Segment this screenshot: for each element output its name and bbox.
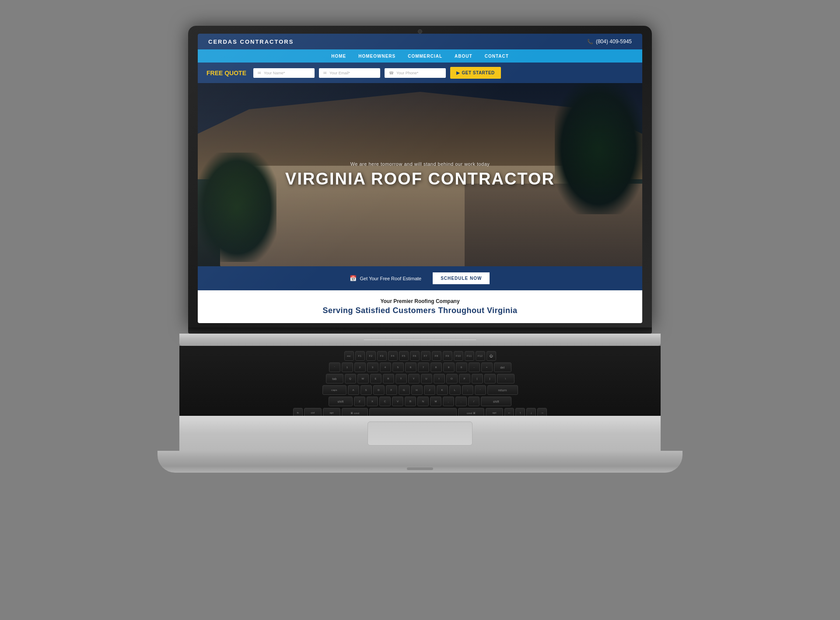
key-8[interactable]: 8 <box>430 362 442 372</box>
key-x[interactable]: X <box>367 397 378 406</box>
key-k[interactable]: K <box>437 385 448 395</box>
key-f3[interactable]: F3 <box>377 351 387 361</box>
key-f8[interactable]: F8 <box>432 351 441 361</box>
phone-section: 📞 (804) 409-5945 <box>587 38 632 45</box>
key-5[interactable]: 5 <box>392 362 404 372</box>
key-g[interactable]: G <box>399 385 410 395</box>
key-period[interactable]: . <box>455 397 467 406</box>
key-shift-left[interactable]: shift <box>329 397 353 406</box>
key-t[interactable]: T <box>396 374 407 383</box>
key-z[interactable]: Z <box>354 397 365 406</box>
key-j[interactable]: J <box>424 385 435 395</box>
key-c[interactable]: C <box>379 397 391 406</box>
key-u[interactable]: U <box>421 374 432 383</box>
key-f12[interactable]: F12 <box>476 351 485 361</box>
key-equals[interactable]: = <box>481 362 493 372</box>
key-a[interactable]: A <box>348 385 359 395</box>
key-shift-right[interactable]: shift <box>481 397 511 406</box>
keyboard-row-fn: esc F1 F2 F3 F4 F5 F6 F7 F8 F9 F10 F11 F… <box>206 351 634 361</box>
laptop: CERDAS CONTRACTORS 📞 (804) 409-5945 HOME… <box>179 26 661 594</box>
phone-number[interactable]: (804) 409-5945 <box>596 38 632 45</box>
key-backslash[interactable]: \ <box>497 374 514 383</box>
email-input-wrapper[interactable]: ✉ Your Email* <box>319 68 380 78</box>
nav-item-commercial[interactable]: COMMERCIAL <box>408 54 442 59</box>
key-i[interactable]: I <box>434 374 445 383</box>
key-rbracket[interactable]: ] <box>484 374 496 383</box>
key-l[interactable]: L <box>449 385 461 395</box>
key-r[interactable]: R <box>383 374 394 383</box>
screen-bezel: CERDAS CONTRACTORS 📞 (804) 409-5945 HOME… <box>188 26 652 327</box>
key-f4[interactable]: F4 <box>388 351 398 361</box>
nav-item-contact[interactable]: CONTACT <box>485 54 509 59</box>
key-0[interactable]: 0 <box>456 362 467 372</box>
get-started-button[interactable]: ▶ GET STARTED <box>450 67 501 79</box>
palm-rest <box>179 416 661 451</box>
top-bar: CERDAS CONTRACTORS 📞 (804) 409-5945 <box>198 34 642 49</box>
laptop-foot <box>158 451 682 473</box>
key-w[interactable]: W <box>357 374 369 383</box>
key-f11[interactable]: F11 <box>465 351 474 361</box>
key-return[interactable]: return <box>487 385 518 395</box>
key-semicolon[interactable]: ; <box>462 385 473 395</box>
key-caps[interactable]: caps <box>322 385 346 395</box>
key-esc[interactable]: esc <box>344 351 354 361</box>
key-p[interactable]: P <box>459 374 470 383</box>
key-2[interactable]: 2 <box>354 362 366 372</box>
laptop-hinge <box>188 327 652 334</box>
key-slash[interactable]: / <box>468 397 480 406</box>
key-minus[interactable]: - <box>469 362 480 372</box>
calendar-icon: 📅 <box>350 275 357 282</box>
key-e[interactable]: E <box>370 374 382 383</box>
schedule-now-button[interactable]: SCHEDULE NOW <box>432 272 490 285</box>
key-delete[interactable]: del <box>494 362 511 372</box>
cta-bar: 📅 Get Your Free Roof Estimate SCHEDULE N… <box>198 266 642 290</box>
key-7[interactable]: 7 <box>418 362 429 372</box>
key-backtick[interactable]: ` <box>329 362 340 372</box>
key-y[interactable]: Y <box>408 374 420 383</box>
key-power[interactable]: ⏻ <box>486 351 496 361</box>
trackpad[interactable] <box>368 421 472 446</box>
key-1[interactable]: 1 <box>342 362 353 372</box>
key-f[interactable]: F <box>386 385 397 395</box>
key-4[interactable]: 4 <box>380 362 391 372</box>
key-n[interactable]: N <box>417 397 429 406</box>
key-v[interactable]: V <box>392 397 403 406</box>
key-m[interactable]: M <box>430 397 441 406</box>
key-tab[interactable]: tab <box>326 374 343 383</box>
key-comma[interactable]: , <box>443 397 454 406</box>
name-placeholder: Your Name* <box>264 71 285 75</box>
name-input-wrapper[interactable]: ✉ Your Name* <box>253 68 315 78</box>
key-d[interactable]: D <box>373 385 385 395</box>
free-quote-label: FREE QUOTE <box>206 70 246 77</box>
keyboard-row-qwerty: tab Q W E R T Y U I O P [ ] \ <box>206 374 634 383</box>
website: CERDAS CONTRACTORS 📞 (804) 409-5945 HOME… <box>198 34 642 323</box>
nav-item-about[interactable]: ABOUT <box>455 54 472 59</box>
key-quote[interactable]: ' <box>475 385 486 395</box>
email-placeholder: Your Email* <box>329 71 350 75</box>
key-lbracket[interactable]: [ <box>472 374 483 383</box>
key-f1[interactable]: F1 <box>355 351 365 361</box>
key-9[interactable]: 9 <box>443 362 455 372</box>
screen-inner: CERDAS CONTRACTORS 📞 (804) 409-5945 HOME… <box>198 34 642 323</box>
key-f10[interactable]: F10 <box>454 351 463 361</box>
key-s[interactable]: S <box>360 385 372 395</box>
bottom-section: Your Premier Roofing Company Serving Sat… <box>198 290 642 323</box>
brand-logo: CERDAS CONTRACTORS <box>208 38 294 45</box>
nav-item-home[interactable]: HOME <box>331 54 346 59</box>
key-q[interactable]: Q <box>345 374 356 383</box>
key-h[interactable]: H <box>411 385 423 395</box>
keyboard: esc F1 F2 F3 F4 F5 F6 F7 F8 F9 F10 F11 F… <box>179 346 661 416</box>
key-b[interactable]: B <box>405 397 416 406</box>
key-f5[interactable]: F5 <box>399 351 409 361</box>
key-f7[interactable]: F7 <box>421 351 430 361</box>
key-f9[interactable]: F9 <box>443 351 452 361</box>
key-3[interactable]: 3 <box>367 362 378 372</box>
keyboard-row-asdf: caps A S D F G H J K L ; ' return <box>206 385 634 395</box>
nav-item-homeowners[interactable]: HOMEOWNERS <box>358 54 396 59</box>
hero-section: We are here tomorrow and will stand behi… <box>198 83 642 266</box>
phone-input-wrapper[interactable]: ☎ Your Phone* <box>385 68 446 78</box>
key-o[interactable]: O <box>446 374 458 383</box>
key-f2[interactable]: F2 <box>366 351 376 361</box>
key-f6[interactable]: F6 <box>410 351 420 361</box>
key-6[interactable]: 6 <box>405 362 416 372</box>
